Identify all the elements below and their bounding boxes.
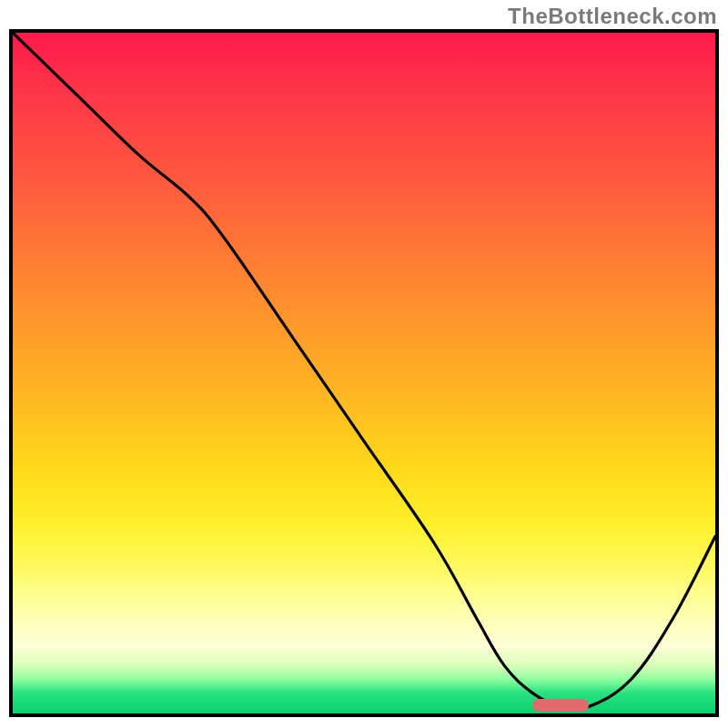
plot-area — [9, 29, 719, 717]
bottleneck-curve — [13, 33, 715, 713]
chart-frame: TheBottleneck.com — [0, 0, 728, 728]
watermark-text: TheBottleneck.com — [508, 4, 717, 29]
optimal-range-marker — [532, 699, 589, 712]
